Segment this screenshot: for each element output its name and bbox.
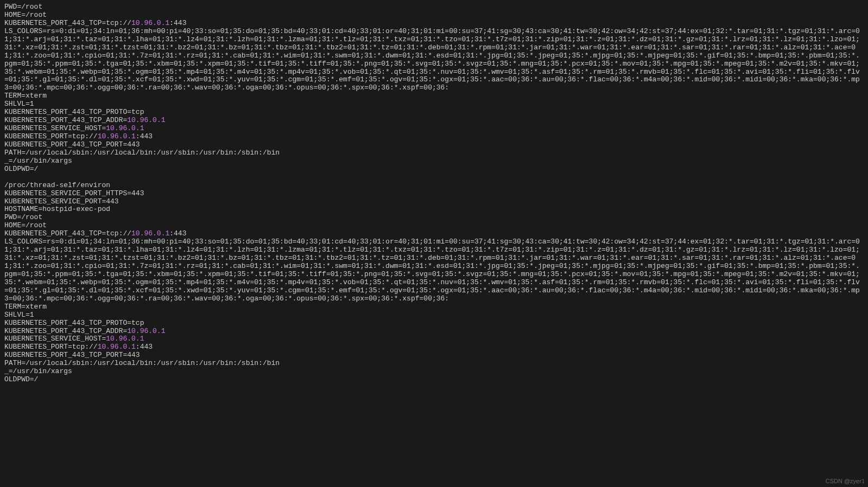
env-pwd: PWD=/root (4, 3, 42, 11)
env-svc-port: KUBERNETES_SERVICE_PORT=443 (4, 197, 119, 206)
env-k8s-443-addr: KUBERNETES_PORT_443_TCP_ADDR=10.96.0.1 (4, 116, 165, 124)
env-k8s-port: KUBERNETES_PORT=tcp://10.96.0.1:443 (4, 343, 153, 351)
env-hostname: HOSTNAME=hostpid-exec-pod (4, 205, 110, 213)
env-k8s-svc-host: KUBERNETES_SERVICE_HOST=10.96.0.1 (4, 124, 144, 132)
ip-address: 10.96.0.1 (106, 124, 144, 132)
env-shlvl: SHLVL=1 (4, 311, 34, 319)
env-oldpwd: OLDPWD=/ (4, 165, 38, 173)
env-k8s-443-port: KUBERNETES_PORT_443_TCP_PORT=443 (4, 140, 140, 149)
env-k8s-svc-host: KUBERNETES_SERVICE_HOST=10.96.0.1 (4, 335, 144, 343)
env-path: PATH=/usr/local/sbin:/usr/local/bin:/usr… (4, 359, 280, 367)
env-k8s-443-tcp: KUBERNETES_PORT_443_TCP=tcp://10.96.0.1:… (4, 229, 186, 238)
env-k8s-443-addr: KUBERNETES_PORT_443_TCP_ADDR=10.96.0.1 (4, 327, 165, 335)
terminal-output: PWD=/root HOME=/root KUBERNETES_PORT_443… (0, 0, 868, 384)
ip-address: 10.96.0.1 (131, 229, 169, 238)
env-k8s-443-proto: KUBERNETES_PORT_443_TCP_PROTO=tcp (4, 108, 144, 116)
env-term: TERM=xterm (4, 303, 47, 311)
env-underscore: _=/usr/bin/xargs (4, 367, 72, 375)
env-ls-colors: LS_COLORS=rs=0:di=01;34:ln=01;36:mh=00:p… (4, 27, 860, 92)
ip-address: 10.96.0.1 (98, 132, 136, 140)
env-k8s-443-proto: KUBERNETES_PORT_443_TCP_PROTO=tcp (4, 319, 144, 327)
ip-address: 10.96.0.1 (131, 19, 169, 27)
env-k8s-443-port: KUBERNETES_PORT_443_TCP_PORT=443 (4, 351, 140, 359)
env-k8s-port: KUBERNETES_PORT=tcp://10.96.0.1:443 (4, 132, 153, 140)
ip-address: 10.96.0.1 (98, 343, 136, 351)
ip-address: 10.96.0.1 (127, 327, 165, 335)
env-home: HOME=/root (4, 221, 47, 229)
env-path: PATH=/usr/local/sbin:/usr/local/bin:/usr… (4, 149, 280, 157)
watermark: CSDN @zyer1 (826, 478, 865, 485)
env-term: TERM=xterm (4, 92, 47, 100)
env-shlvl: SHLVL=1 (4, 100, 34, 108)
ip-address: 10.96.0.1 (106, 335, 144, 343)
env-svc-port-https: KUBERNETES_SERVICE_PORT_HTTPS=443 (4, 189, 144, 197)
env-ls-colors: LS_COLORS=rs=0:di=01;34:ln=01;36:mh=00:p… (4, 238, 860, 303)
env-oldpwd: OLDPWD=/ (4, 375, 38, 383)
proc-path: /proc/thread-self/environ (4, 181, 110, 189)
ip-address: 10.96.0.1 (127, 116, 165, 124)
env-pwd: PWD=/root (4, 213, 42, 221)
env-underscore: _=/usr/bin/xargs (4, 157, 72, 165)
env-home: HOME=/root (4, 11, 47, 19)
env-k8s-443-tcp: KUBERNETES_PORT_443_TCP=tcp://10.96.0.1:… (4, 19, 186, 27)
